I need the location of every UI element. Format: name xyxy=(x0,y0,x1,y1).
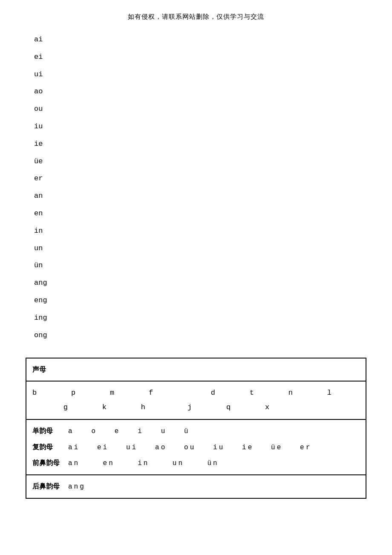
list-item: ie xyxy=(34,136,366,153)
qian-yunmu-label: 前鼻韵母 xyxy=(32,455,66,470)
shengmu-chars: b p m f d t n l g k h j q x xyxy=(32,389,335,411)
fu-yunmu-row: 复韵母 ai ei ui ao ou iu ie üe er xyxy=(32,439,360,455)
list-item: an xyxy=(34,188,366,205)
list-item: un xyxy=(34,240,366,257)
hou-yunmu-row: 后鼻韵母 ang xyxy=(26,475,366,498)
fu-yunmu-chars: ai ei ui ao ou iu ie üe er xyxy=(68,444,311,451)
qian-yunmu-chars: an en in un ün xyxy=(68,460,219,467)
list-item: ei xyxy=(34,49,366,66)
dan-yunmu-row: 单韵母 a o e i u ü xyxy=(32,423,360,439)
shengmu-chars-row: b p m f d t n l g k h j q x xyxy=(26,382,366,420)
list-item: ai xyxy=(34,31,366,49)
list-item: ong xyxy=(34,327,366,344)
yunmu-section: 单韵母 a o e i u ü 复韵母 ai ei ui ao ou iu ie… xyxy=(26,420,366,475)
list-item: ang xyxy=(34,275,366,292)
shengmu-label: 声母 xyxy=(32,366,46,373)
phonetics-table: 声母 b p m f d t n l g k h j q x 单韵母 a o e… xyxy=(26,358,366,499)
shengmu-row: 声母 xyxy=(26,358,366,382)
list-item: er xyxy=(34,170,366,188)
list-item: üe xyxy=(34,153,366,171)
fu-yunmu-label: 复韵母 xyxy=(32,439,66,454)
list-item: ao xyxy=(34,83,366,101)
list-item: ui xyxy=(34,66,366,84)
list-item: ing xyxy=(34,309,366,327)
list-item: ün xyxy=(34,257,366,275)
list-item: ou xyxy=(34,101,366,118)
dan-yunmu-label: 单韵母 xyxy=(32,423,66,438)
dan-yunmu-chars: a o e i u ü xyxy=(68,428,190,435)
hou-yunmu-chars: ang xyxy=(68,483,86,491)
qian-yunmu-row: 前鼻韵母 an en in un ün xyxy=(32,455,360,471)
hou-yunmu-label: 后鼻韵母 xyxy=(32,479,66,494)
list-item: in xyxy=(34,223,366,240)
header-notice: 如有侵权，请联系网站删除，仅供学习与交流 xyxy=(26,13,366,21)
pinyin-list: ai ei ui ao ou iu ie üe er an en in un ü… xyxy=(34,31,366,344)
list-item: en xyxy=(34,205,366,223)
list-item: iu xyxy=(34,118,366,136)
list-item: eng xyxy=(34,292,366,309)
